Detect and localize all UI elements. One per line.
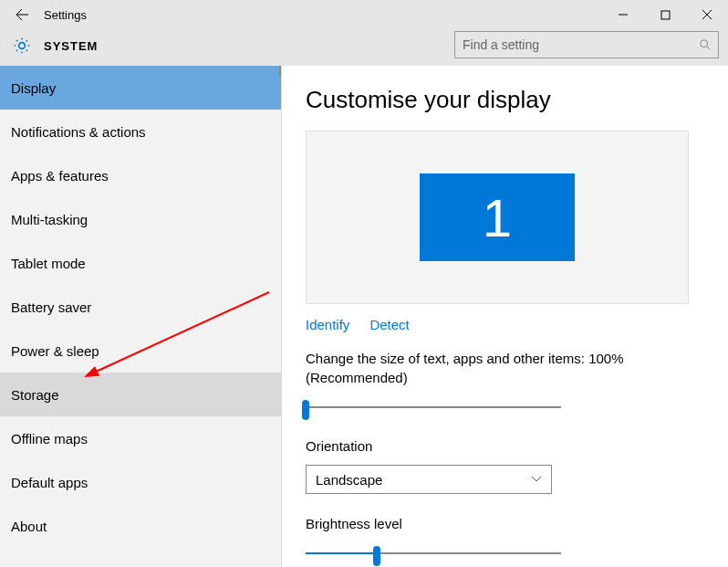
window-title: Settings [44, 8, 87, 22]
scrollbar-hint [279, 66, 281, 77]
sidebar-item-storage[interactable]: Storage [0, 373, 281, 416]
chevron-down-icon [531, 474, 542, 485]
sidebar-item-offline-maps[interactable]: Offline maps [0, 416, 281, 460]
sidebar-item-battery-saver[interactable]: Battery saver [0, 285, 281, 329]
sidebar-item-label: Tablet mode [11, 256, 86, 271]
titlebar: Settings [0, 0, 728, 29]
settings-gear-icon [0, 37, 44, 55]
close-icon [702, 9, 712, 20]
sidebar-item-power-sleep[interactable]: Power & sleep [0, 329, 281, 373]
detect-link[interactable]: Detect [369, 317, 409, 332]
minimize-button[interactable] [602, 0, 644, 29]
sidebar-item-label: Multi-tasking [11, 212, 88, 227]
sidebar-item-label: Power & sleep [11, 343, 99, 359]
sidebar-item-label: Storage [11, 387, 59, 403]
sidebar-item-notifications-actions[interactable]: Notifications & actions [0, 110, 281, 153]
display-arrangement-box[interactable]: 1 [306, 131, 689, 304]
scale-label: Change the size of text, apps and other … [306, 349, 704, 387]
scale-slider[interactable] [306, 396, 561, 418]
svg-rect-0 [661, 11, 670, 19]
back-arrow-icon [15, 7, 29, 22]
sidebar-item-label: Apps & features [11, 168, 109, 184]
sidebar-item-default-apps[interactable]: Default apps [0, 460, 281, 504]
sidebar-item-multi-tasking[interactable]: Multi-tasking [0, 197, 281, 241]
slider-thumb[interactable] [373, 546, 380, 566]
search-input[interactable] [454, 31, 719, 58]
orientation-label: Orientation [306, 436, 704, 456]
slider-thumb[interactable] [302, 400, 309, 420]
settings-window: Settings SYSTEM Di [0, 0, 728, 567]
brightness-slider[interactable] [306, 542, 561, 564]
display-links: Identify Detect [306, 317, 704, 332]
sidebar-item-label: Default apps [11, 475, 88, 490]
back-button[interactable] [0, 0, 44, 29]
sidebar-item-display[interactable]: Display [0, 66, 281, 110]
window-controls [602, 0, 728, 29]
sidebar-item-label: Battery saver [11, 299, 91, 315]
minimize-icon [618, 9, 629, 20]
maximize-button[interactable] [644, 0, 686, 29]
sidebar-item-label: Display [11, 80, 56, 96]
sidebar[interactable]: DisplayNotifications & actionsApps & fea… [0, 66, 282, 567]
header-row: SYSTEM [0, 29, 728, 66]
sidebar-item-apps-features[interactable]: Apps & features [0, 153, 281, 197]
brightness-label: Brightness level [306, 514, 704, 533]
orientation-select[interactable]: Landscape [306, 465, 552, 494]
sidebar-item-about[interactable]: About [0, 504, 281, 548]
monitor-1[interactable]: 1 [420, 173, 575, 261]
content-pane: Customise your display 1 Identify Detect… [282, 66, 728, 567]
search-wrap [454, 31, 719, 58]
identify-link[interactable]: Identify [306, 317, 349, 332]
sidebar-item-tablet-mode[interactable]: Tablet mode [0, 241, 281, 285]
sidebar-item-label: Notifications & actions [11, 124, 146, 140]
close-button[interactable] [686, 0, 728, 29]
section-title: SYSTEM [44, 39, 98, 53]
maximize-icon [660, 10, 671, 20]
body: DisplayNotifications & actionsApps & fea… [0, 66, 728, 567]
page-title: Customise your display [306, 86, 704, 114]
slider-fill [306, 552, 377, 554]
orientation-value: Landscape [316, 472, 382, 488]
monitor-number: 1 [483, 187, 512, 248]
slider-track [306, 406, 561, 408]
sidebar-item-label: About [11, 519, 47, 534]
sidebar-item-label: Offline maps [11, 431, 88, 446]
